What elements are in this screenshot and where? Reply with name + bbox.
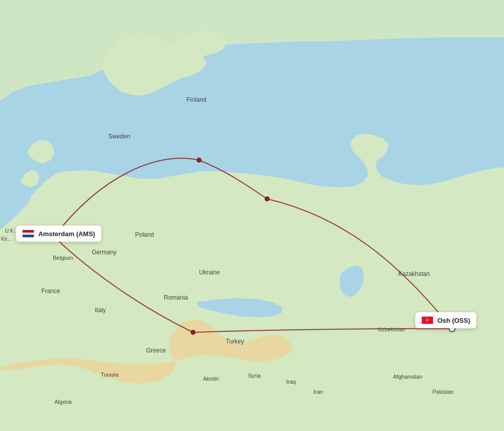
svg-text:Sweden: Sweden: [108, 133, 130, 140]
svg-point-1: [197, 158, 202, 163]
svg-text:Iraq: Iraq: [286, 379, 296, 385]
amsterdam-label: Amsterdam (AMS): [38, 230, 95, 238]
svg-text:Finland: Finland: [186, 96, 206, 103]
svg-text:Akrotiri: Akrotiri: [203, 376, 219, 382]
svg-text:Afghanistan: Afghanistan: [393, 374, 422, 380]
svg-text:Poland: Poland: [135, 231, 154, 238]
svg-text:Kir...: Kir...: [1, 236, 11, 242]
svg-point-2: [265, 196, 270, 201]
osh-label: Osh (OSS): [437, 317, 470, 324]
osh-airport-card: ☀ Osh (OSS): [415, 312, 476, 328]
svg-text:Greece: Greece: [146, 347, 166, 354]
svg-text:Algeria: Algeria: [54, 399, 72, 405]
svg-text:Turkey: Turkey: [226, 338, 244, 345]
svg-text:Romania: Romania: [164, 294, 188, 301]
svg-text:Germany: Germany: [92, 249, 116, 256]
svg-point-3: [191, 330, 196, 335]
svg-text:U.K.: U.K.: [5, 228, 15, 234]
svg-text:Tunisia: Tunisia: [101, 372, 119, 378]
svg-text:Kazakhstan: Kazakhstan: [398, 270, 430, 277]
svg-text:Syria: Syria: [248, 373, 261, 379]
netherlands-flag: [22, 230, 34, 238]
map-container: Finland Sweden Germany Poland Belgium Fr…: [0, 0, 504, 431]
svg-text:Belgium: Belgium: [53, 255, 73, 261]
svg-text:France: France: [41, 288, 60, 295]
svg-text:Iran: Iran: [313, 389, 323, 395]
svg-text:Ukraine: Ukraine: [199, 269, 220, 276]
svg-text:Pakistan: Pakistan: [432, 389, 454, 395]
amsterdam-airport-card: Amsterdam (AMS): [16, 226, 101, 242]
svg-text:Italy: Italy: [95, 307, 106, 314]
svg-text:Uzbekistan: Uzbekistan: [378, 326, 405, 332]
kyrgyzstan-flag: ☀: [421, 316, 433, 324]
